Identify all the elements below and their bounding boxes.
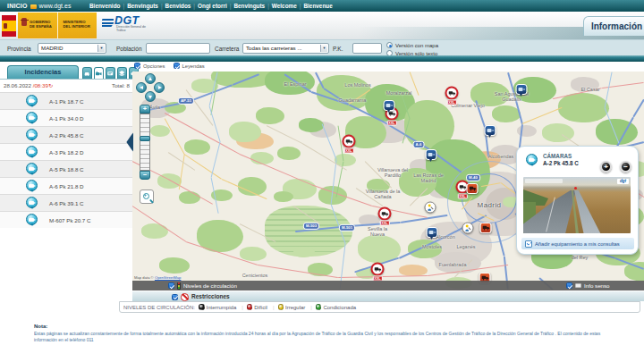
dgt-url-link[interactable]: www.dgt.es (39, 3, 72, 9)
tab-layers-icon[interactable] (117, 67, 127, 79)
status-dot-icon (278, 304, 284, 310)
opciones-checkbox[interactable] (134, 63, 140, 69)
traffic-light-icon (177, 282, 181, 290)
status-dot-icon (316, 304, 322, 310)
pk-input[interactable] (352, 43, 382, 54)
incident-list-item[interactable]: A-6 Pk 21.8 D (0, 177, 132, 194)
inicio-link[interactable]: INICIO (7, 3, 28, 9)
roadworks-marker[interactable] (425, 202, 436, 214)
camera-marker[interactable] (384, 100, 395, 111)
filter-bar: Provincia MADRID▼ Población Carretera To… (0, 39, 644, 55)
map-place-label: El Casar (580, 87, 599, 92)
map-place-label: Cenicientos (242, 273, 268, 278)
tab-incidents-icon[interactable] (82, 67, 92, 79)
niveles-checkbox[interactable] (168, 282, 174, 289)
restriction-marker[interactable]: XXL (378, 207, 392, 221)
language-link[interactable]: Ongi etorri (198, 3, 233, 9)
tab-panels-icon[interactable] (106, 67, 115, 79)
incident-marker[interactable] (467, 183, 479, 194)
camera-panel: CÁMARAS A-2 Pk 45.8 C + − dgt Añadir equ… (516, 146, 639, 255)
sidebar-icon-tabs (82, 67, 139, 79)
legend-item: Interrumpida (199, 304, 243, 310)
map-pan-control[interactable] (136, 73, 165, 102)
leyendas-label: Leyendas (182, 63, 205, 69)
camera-marker[interactable] (516, 84, 528, 95)
dgt-logo: DGT Dirección General de Tráfico (102, 14, 165, 38)
camera-pin-icon (26, 163, 38, 174)
language-link[interactable]: Benvinguts (127, 3, 165, 9)
add-to-queries-bar[interactable]: Añadir equipamiento a mis consultas (521, 238, 634, 249)
camera-marker[interactable] (427, 227, 438, 238)
map-options: Opciones Leyendas (134, 63, 205, 69)
map-place-label: Guadarrama (339, 97, 367, 103)
camera-marker[interactable] (426, 149, 437, 160)
poblacion-input[interactable] (146, 43, 210, 54)
incident-list-item[interactable]: A-3 Pk 18.2 D (0, 143, 132, 160)
map-place-label: Villanueva del Pardillo (373, 167, 412, 178)
map-place-label: del Rey (572, 255, 589, 260)
zoom-in-button[interactable]: + (140, 105, 150, 114)
language-link[interactable]: Welcome (272, 3, 304, 9)
map-place-label: Fuenlabrada (439, 262, 467, 267)
status-dot-icon (247, 304, 253, 310)
radio-version-mapa[interactable] (386, 42, 393, 48)
sensor-icon (575, 283, 581, 288)
info-sensores-label: Info senso (584, 281, 610, 290)
incident-list-item[interactable]: A-2 Pk 45.8 C (0, 126, 132, 143)
restriction-marker[interactable]: XXL (445, 87, 459, 100)
camera-pin-icon (26, 214, 38, 225)
incident-list-item[interactable]: M-607 Pk 20.7 C (0, 211, 132, 228)
map-place-label: Alcobendas (488, 154, 514, 159)
info-sensores-checkbox[interactable] (566, 282, 572, 289)
camera-zoom-in-button[interactable]: + (600, 161, 612, 173)
camera-pin-icon (26, 112, 38, 123)
restricciones-checkbox[interactable] (172, 294, 178, 300)
road-shield: M-501 (339, 224, 355, 232)
carretera-select[interactable]: Todas las carreteras ...▼ (242, 43, 329, 54)
restriction-marker[interactable]: XXL (371, 263, 385, 276)
footer-nota-label: Nota: (34, 324, 47, 329)
language-link[interactable]: Bienvenido (89, 3, 127, 9)
pan-down-button[interactable] (145, 91, 156, 102)
zoom-slider-handle[interactable] (140, 136, 150, 141)
road-shield: A-6 (413, 141, 425, 148)
camera-pin-icon (26, 146, 38, 157)
pan-right-button[interactable] (154, 82, 165, 93)
incident-marker[interactable] (480, 223, 492, 233)
incident-list-item[interactable]: A-1 Pk 34.0 D (0, 109, 132, 126)
top-bar: INICIOwww.dgt.es BienvenidoBenvingutsBen… (0, 0, 644, 12)
date-label: 28.06.2022 (4, 82, 31, 88)
add-checkbox-icon (525, 240, 532, 248)
map-place-label: El Espinar (284, 81, 306, 87)
legend-item: Difícil (247, 304, 275, 310)
camera-marker[interactable] (485, 125, 496, 136)
map-place-label: Las Rozas de Madrid (410, 173, 447, 183)
camera-pin-icon (526, 154, 538, 165)
incident-list-item[interactable]: A-5 Pk 18.8 C (0, 160, 132, 177)
incident-list-item[interactable]: A-6 Pk 39.1 C (0, 194, 132, 211)
incident-list-item[interactable]: A-1 Pk 18.7 C (0, 92, 132, 109)
zoom-slider[interactable] (140, 114, 150, 171)
zoom-out-button[interactable]: − (140, 171, 150, 180)
provincia-select[interactable]: MADRID▼ (38, 43, 106, 54)
restriction-marker[interactable]: XXL (343, 135, 356, 148)
tab-informacion[interactable]: Información (583, 16, 644, 36)
tab-incidencias[interactable]: Incidencias (7, 65, 79, 79)
pan-up-button[interactable] (145, 73, 156, 84)
language-link[interactable]: Benvidos (165, 3, 198, 9)
total-label: Total: 8 (112, 80, 130, 91)
pan-left-button[interactable] (136, 82, 147, 93)
chevron-down-icon: ▼ (320, 45, 327, 52)
camera-pin-icon (26, 129, 38, 140)
language-link[interactable]: Benvinguts (233, 3, 271, 9)
tab-cameras-icon[interactable] (94, 67, 104, 79)
leyendas-checkbox[interactable] (174, 63, 180, 69)
map-place-label: Alcorcón (436, 234, 454, 240)
camera-zoom-out-button[interactable]: − (620, 161, 631, 173)
roadworks-marker[interactable] (462, 223, 474, 234)
zoom-box-button[interactable] (140, 189, 154, 204)
map-place-label: Leganés (456, 244, 475, 249)
language-link[interactable]: Bienvenue (303, 3, 332, 9)
no-entry-icon (181, 293, 189, 301)
dgt-watermark: dgt (617, 179, 629, 184)
